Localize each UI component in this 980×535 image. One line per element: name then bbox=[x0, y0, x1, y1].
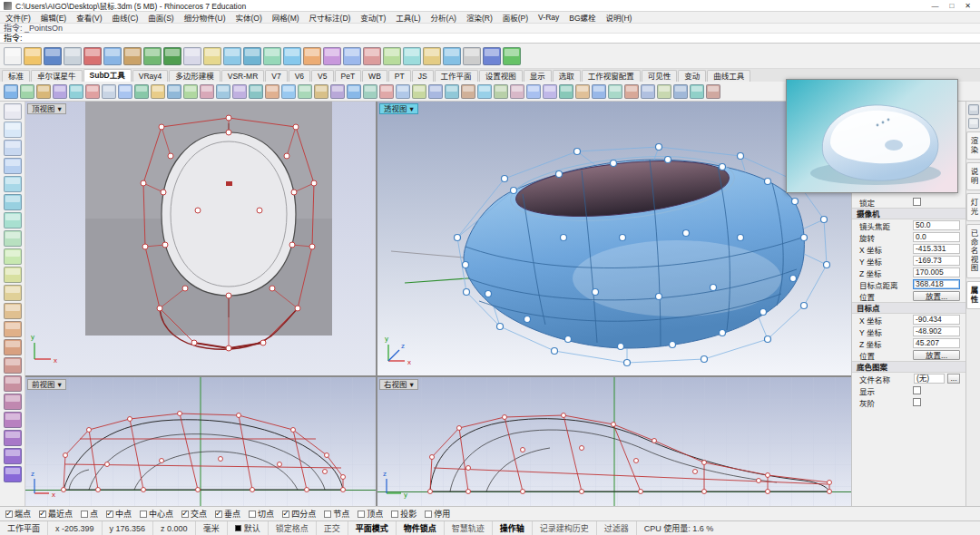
object-snap-icon[interactable] bbox=[463, 47, 481, 65]
osnap-toggle[interactable]: 投影 bbox=[391, 508, 416, 520]
show-checkbox[interactable] bbox=[913, 386, 921, 394]
menu-item[interactable]: 编辑(E) bbox=[41, 12, 66, 23]
toolbar-tab[interactable]: 曲线工具 bbox=[707, 70, 750, 82]
select-icon[interactable] bbox=[183, 47, 201, 65]
subd-symmetry-icon[interactable] bbox=[379, 84, 394, 99]
toolbar-tab[interactable]: 设置视图 bbox=[479, 70, 523, 82]
current-layer[interactable]: 默认 bbox=[228, 521, 269, 535]
subd-torus-icon[interactable] bbox=[85, 84, 100, 99]
trim-icon[interactable] bbox=[363, 47, 381, 65]
toolbar-tab[interactable]: V5 bbox=[311, 70, 333, 82]
boolean-tool-icon[interactable] bbox=[4, 412, 22, 428]
redo-icon[interactable] bbox=[163, 47, 181, 65]
camera-section-header[interactable]: 摄像机 bbox=[852, 208, 965, 219]
cplane-button[interactable]: 工作平面 bbox=[0, 521, 48, 535]
render-icon[interactable] bbox=[483, 47, 501, 65]
menu-item[interactable]: 查看(V) bbox=[76, 12, 102, 23]
mouse-subd-body[interactable] bbox=[464, 147, 804, 348]
osnap-toggle[interactable]: 节点 bbox=[324, 508, 349, 520]
polygon-tool-icon[interactable] bbox=[4, 248, 22, 265]
osnap-toggle[interactable]: 四分点 bbox=[282, 508, 316, 520]
open-file-icon[interactable] bbox=[24, 47, 42, 65]
osnap-toggle[interactable]: 交点 bbox=[181, 508, 207, 520]
osnap-toggle[interactable]: 中心点 bbox=[140, 508, 173, 520]
subd-stitch-icon[interactable] bbox=[232, 84, 247, 99]
subd-from-mesh-icon[interactable] bbox=[102, 84, 116, 99]
prop-value-input[interactable]: -415.331 bbox=[913, 244, 960, 254]
help-icon[interactable] bbox=[503, 47, 521, 65]
panel-tab[interactable]: 已命名视图 bbox=[966, 224, 980, 278]
revolve-tool-icon[interactable] bbox=[4, 339, 22, 355]
menu-item[interactable]: 说明(H) bbox=[606, 12, 632, 23]
status-toggle[interactable]: 智慧轨迹 bbox=[445, 521, 493, 535]
fillet-tool-icon[interactable] bbox=[4, 448, 22, 464]
subd-delete-faces-icon[interactable] bbox=[265, 84, 279, 99]
zoom-extents-icon[interactable] bbox=[243, 47, 261, 65]
curve-tool-icon[interactable] bbox=[4, 267, 22, 283]
prop-value-input[interactable]: 368.418 bbox=[913, 279, 960, 289]
toolbar-tab[interactable]: V6 bbox=[289, 70, 310, 82]
target-place-button[interactable]: 放置... bbox=[913, 350, 960, 360]
scale-object-icon[interactable] bbox=[323, 47, 341, 65]
maximize-button[interactable]: □ bbox=[949, 2, 954, 10]
cylinder-tool-icon[interactable] bbox=[4, 394, 22, 410]
ellipse-tool-icon[interactable] bbox=[4, 212, 22, 229]
status-toggle[interactable]: 物件锁点 bbox=[397, 521, 445, 535]
panel-collapse-icon[interactable] bbox=[968, 118, 979, 129]
join-tool-icon[interactable] bbox=[690, 84, 704, 99]
points-tool-icon[interactable] bbox=[4, 122, 22, 138]
osnap-toggle[interactable]: 端点 bbox=[5, 508, 31, 520]
prop-value-input[interactable]: -48.902 bbox=[913, 326, 960, 336]
units-label[interactable]: 毫米 bbox=[196, 521, 228, 535]
mirror-tool-icon[interactable] bbox=[592, 84, 606, 99]
orient-tool-icon[interactable] bbox=[624, 84, 639, 99]
subd-sweep-icon[interactable] bbox=[134, 84, 149, 99]
rotate-view-icon[interactable] bbox=[263, 47, 281, 65]
target-section-header[interactable]: 目标点 bbox=[852, 302, 965, 314]
subd-crease-icon[interactable] bbox=[314, 84, 328, 99]
menu-item[interactable]: 面板(P) bbox=[503, 12, 528, 23]
osnap-toggle[interactable]: 点 bbox=[81, 508, 98, 520]
smooth-subd-icon[interactable] bbox=[559, 84, 573, 99]
toolbar-tab[interactable]: SubD工具 bbox=[83, 69, 132, 82]
panel-tab[interactable]: 说明 bbox=[966, 162, 980, 190]
camera-place-button[interactable]: 放置... bbox=[913, 291, 960, 301]
split-tool-icon[interactable] bbox=[673, 84, 688, 99]
subd-bridge-icon[interactable] bbox=[216, 84, 230, 99]
copy-icon[interactable] bbox=[103, 47, 122, 65]
box-tool-icon[interactable] bbox=[4, 357, 22, 374]
prop-value-input[interactable]: 50.0 bbox=[913, 220, 960, 230]
subd-plane-icon[interactable] bbox=[36, 84, 51, 99]
subd-slide-edge-icon[interactable] bbox=[363, 84, 377, 99]
status-toggle[interactable]: 正交 bbox=[317, 521, 348, 535]
subd-align-vertices-icon[interactable] bbox=[428, 84, 443, 99]
viewport-perspective[interactable]: 透视图 ▾ bbox=[377, 102, 851, 375]
subd-insert-point-icon[interactable] bbox=[298, 84, 312, 99]
zoom-window-icon[interactable] bbox=[223, 47, 241, 65]
print-icon[interactable] bbox=[64, 47, 82, 65]
menu-item[interactable]: 渲染(R) bbox=[466, 12, 493, 23]
toolbar-tab[interactable]: 多边形建模 bbox=[169, 70, 220, 82]
osnap-toggle[interactable]: 垂点 bbox=[215, 508, 240, 520]
move-uvn-icon[interactable] bbox=[510, 84, 524, 99]
toolbar-tab[interactable]: WB bbox=[362, 70, 387, 82]
osnap-toggle[interactable]: 切点 bbox=[249, 508, 274, 520]
subd-reflect-icon[interactable] bbox=[396, 84, 410, 99]
toolbar-tab[interactable]: V7 bbox=[265, 70, 287, 82]
subd-cylinder-icon[interactable] bbox=[53, 84, 67, 99]
subd-box-icon[interactable] bbox=[20, 84, 34, 99]
status-toggle[interactable]: 平面模式 bbox=[348, 521, 397, 535]
toolbar-tab[interactable]: 显示 bbox=[524, 70, 552, 82]
undo-icon[interactable] bbox=[143, 47, 162, 65]
grayscale-checkbox[interactable] bbox=[913, 398, 921, 406]
subd-thicken-icon[interactable] bbox=[183, 84, 198, 99]
viewport-perspective-title[interactable]: 透视图 ▾ bbox=[379, 103, 418, 114]
menu-item[interactable]: 网格(M) bbox=[272, 12, 299, 23]
panel-tab[interactable]: 灯光 bbox=[966, 193, 980, 221]
toolbar-tab[interactable]: PT bbox=[388, 70, 411, 82]
move-icon[interactable] bbox=[283, 47, 301, 65]
circle-tool-icon[interactable] bbox=[4, 176, 22, 192]
sphere-tool-icon[interactable] bbox=[4, 375, 22, 392]
polyline-tool-icon[interactable] bbox=[4, 158, 22, 174]
arc-tool-icon[interactable] bbox=[4, 194, 22, 210]
